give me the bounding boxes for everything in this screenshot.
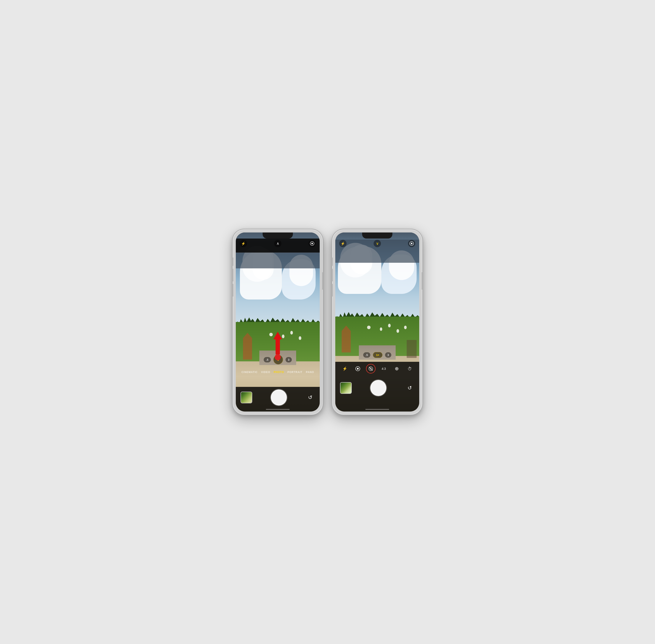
home-indicator-right [365, 409, 389, 410]
toolbar-timer-right[interactable]: ⏱ [405, 364, 414, 373]
mode-selector-left: CINEMATIC VIDEO PHOTO PORTRAIT PANO [236, 371, 320, 374]
bottom-controls-right: ↺ [335, 375, 419, 412]
mode-portrait-left[interactable]: PORTRAIT [288, 371, 302, 374]
shutter-row-left: ↺ [241, 389, 315, 406]
power-button-right[interactable] [422, 272, 423, 290]
zoom-1-left[interactable]: 1 [273, 355, 283, 364]
playground-right [339, 326, 354, 352]
toolbar-flash-right[interactable]: ⚡ [340, 364, 349, 373]
home-indicator-left [266, 409, 290, 410]
toolbar-live-photo-off-right[interactable] [366, 364, 376, 373]
zoom-3-left[interactable]: 3 [286, 357, 292, 363]
flash-button-right[interactable]: ⚡ [339, 240, 346, 247]
flash-button-left[interactable]: ⚡ [240, 240, 247, 247]
phone-right: ⚡ ∨ .5 1× 3 [332, 229, 423, 415]
flip-button-right[interactable]: ↺ [405, 383, 414, 393]
shutter-button-left[interactable] [271, 389, 287, 406]
zoom-0.5-left[interactable]: .5 [264, 357, 271, 363]
volume-down-button-right[interactable] [332, 284, 333, 297]
live-photo-button-left[interactable] [309, 240, 316, 247]
bottom-controls-left: ↺ [236, 387, 320, 412]
thumbnail-left[interactable] [241, 392, 252, 403]
phone-right-frame: ⚡ ∨ .5 1× 3 [332, 229, 423, 415]
mode-cinematic-left[interactable]: CINEMATIC [242, 371, 257, 374]
notch-left [263, 232, 293, 238]
clouds-left [236, 242, 320, 331]
svg-line-8 [369, 367, 372, 370]
toolbar-right: ⚡ [335, 362, 419, 375]
toolbar-live-photo-target-right[interactable] [353, 364, 363, 373]
flip-button-left[interactable]: ↺ [306, 393, 315, 402]
shutter-row-right: ↺ [340, 380, 414, 396]
mode-video-left[interactable]: VIDEO [261, 371, 270, 374]
volume-up-button[interactable] [232, 269, 233, 281]
clouds-right [335, 239, 419, 322]
phone-left-frame: ⚡ ∧ .5 1 3 [232, 229, 323, 415]
scene-background-left [236, 232, 320, 412]
volume-up-button-right[interactable] [332, 269, 333, 281]
mute-button[interactable] [232, 257, 233, 266]
phone-left: ⚡ ∧ .5 1 3 [232, 229, 323, 415]
zoom-controls-right: .5 1× 3 [335, 352, 419, 358]
phone-right-screen: ⚡ ∨ .5 1× 3 [335, 232, 419, 412]
thumbnail-right[interactable] [340, 382, 352, 394]
chevron-up-button-left[interactable]: ∧ [274, 240, 281, 247]
zoom-controls-left: .5 1 3 [236, 355, 320, 364]
mode-photo-left[interactable]: PHOTO [274, 371, 284, 374]
toolbar-aspect-ratio-right[interactable]: 4:3 [379, 364, 388, 373]
zoom-3-right[interactable]: 3 [385, 352, 391, 358]
zoom-1x-right[interactable]: 1× [373, 352, 382, 358]
volume-down-button[interactable] [232, 284, 233, 297]
notch-right [362, 232, 392, 238]
page-container: ⚡ ∧ .5 1 3 [224, 221, 431, 423]
mode-pano-left[interactable]: PANO [306, 371, 314, 374]
toolbar-exposure-right[interactable]: ⊕ [392, 364, 402, 373]
phone-left-screen: ⚡ ∧ .5 1 3 [236, 232, 320, 412]
shutter-button-right[interactable] [370, 380, 386, 396]
mute-button-right[interactable] [332, 257, 333, 266]
live-photo-button-right[interactable] [408, 240, 415, 247]
chevron-down-button-right[interactable]: ∨ [374, 240, 381, 247]
zoom-0.5-right[interactable]: .5 [363, 352, 370, 358]
power-button[interactable] [322, 272, 323, 290]
